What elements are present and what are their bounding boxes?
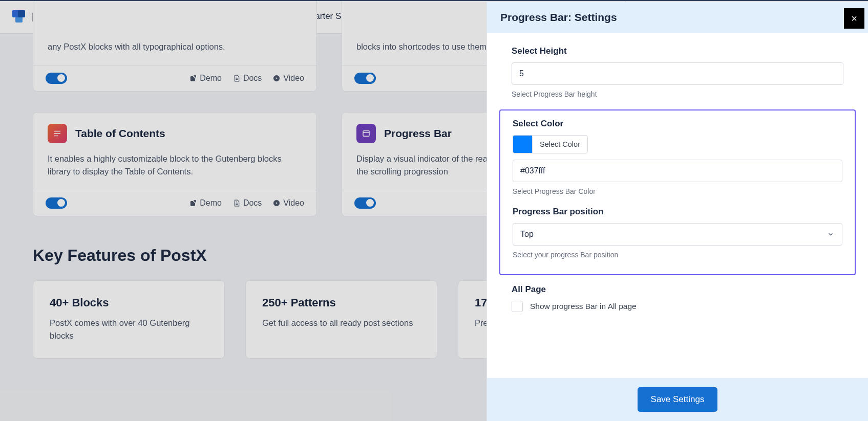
allpage-checkbox[interactable] [512, 301, 523, 312]
panel-title: Progress Bar: Settings [500, 11, 617, 24]
height-label: Select Height [512, 46, 843, 56]
color-swatch[interactable] [513, 135, 532, 153]
height-helper: Select Progress Bar height [512, 90, 843, 98]
panel-body: Select Height Select Progress Bar height… [487, 33, 868, 378]
height-input[interactable] [512, 62, 843, 85]
highlighted-section: Select Color Select Color Select Progres… [499, 109, 856, 275]
close-button[interactable]: × [844, 8, 864, 29]
color-helper: Select Progress Bar Color [513, 187, 842, 195]
position-select[interactable] [513, 223, 842, 246]
allpage-checkbox-label: Show progress Bar in All page [530, 302, 637, 311]
position-helper: Select your progress Bar position [513, 251, 842, 259]
position-label: Progress Bar position [513, 207, 842, 217]
panel-footer: Save Settings [487, 378, 868, 421]
panel-header: Progress Bar: Settings × [487, 2, 868, 33]
save-settings-button[interactable]: Save Settings [638, 387, 718, 412]
color-value-input[interactable] [513, 160, 842, 182]
settings-panel: Progress Bar: Settings × Select Height S… [486, 2, 868, 421]
allpage-label: All Page [512, 284, 843, 295]
select-color-button[interactable]: Select Color [532, 135, 588, 153]
color-label: Select Color [513, 119, 842, 129]
